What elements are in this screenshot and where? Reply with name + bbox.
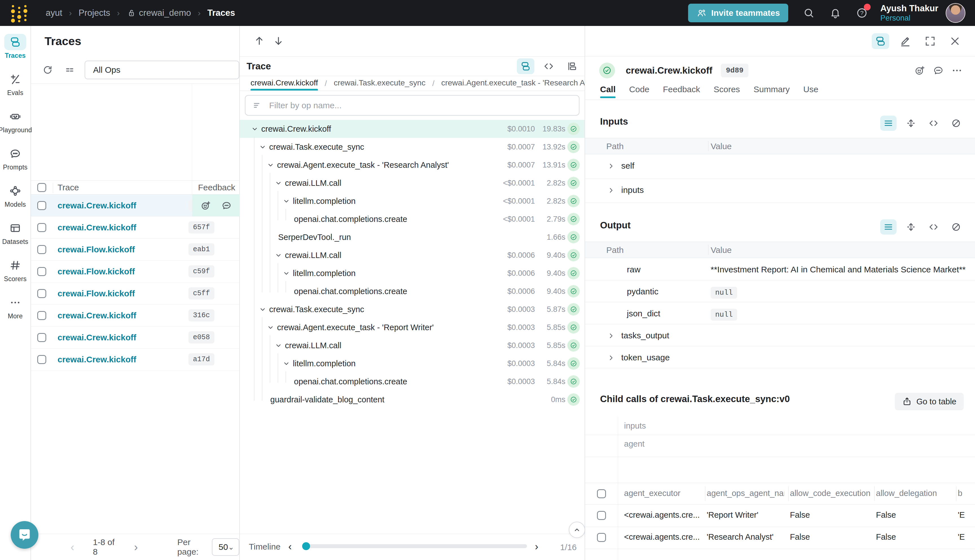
chevron-right-icon[interactable]	[607, 162, 615, 170]
breadcrumb-entity[interactable]: ayut	[46, 8, 62, 18]
code-view-icon[interactable]	[925, 219, 942, 235]
page-prev-button[interactable]: ‹	[68, 541, 77, 553]
sidebar-item-evals[interactable]: Evals	[0, 71, 30, 108]
call-id-badge[interactable]: 9d89	[721, 64, 748, 77]
more-options-icon[interactable]	[951, 65, 963, 76]
row-checkbox[interactable]	[37, 245, 46, 254]
sidebar-item-datasets[interactable]: Datasets	[0, 220, 30, 257]
expand-rows-icon[interactable]	[903, 219, 919, 235]
trace-tree-row[interactable]: SerperDevTool._run1.66s	[240, 228, 584, 246]
fullscreen-icon[interactable]	[922, 33, 939, 49]
row-checkbox[interactable]	[37, 311, 46, 320]
list-view-icon[interactable]	[880, 116, 897, 131]
kv-row-raw[interactable]: raw**Investment Report: AI in Chemical a…	[585, 258, 975, 280]
chevron-down-icon[interactable]	[259, 143, 267, 151]
trace-list-row[interactable]: crewai.Crew.kickoffa17d	[31, 348, 239, 370]
avatar[interactable]	[946, 3, 965, 23]
refresh-icon[interactable]	[42, 65, 53, 75]
trace-link[interactable]: crewai.Flow.kickoff	[58, 289, 135, 298]
flame-graph-icon[interactable]	[563, 58, 581, 74]
trace-tree-row[interactable]: crewai.Agent.execute_task - 'Report Writ…	[240, 318, 584, 337]
breadcrumb-page[interactable]: Traces	[207, 8, 235, 18]
code-view-icon[interactable]	[540, 58, 558, 74]
column-header-trace[interactable]: Trace	[58, 183, 79, 192]
trace-tree-row[interactable]: openai.chat.completions.create$0.00035.8…	[240, 372, 584, 390]
trace-link[interactable]: crewai.Crew.kickoff	[58, 311, 136, 320]
sidebar-item-models[interactable]: Models	[0, 183, 30, 220]
tab-call[interactable]: Call	[600, 85, 616, 98]
trace-tree-row[interactable]: litellm.completion$0.00069.40s	[240, 264, 584, 282]
support-chat-button[interactable]	[11, 521, 38, 549]
search-icon[interactable]	[803, 7, 815, 19]
trace-tree-row[interactable]: crewai.Task.execute_sync$0.000713.92s	[240, 138, 584, 156]
row-checkbox[interactable]	[597, 511, 606, 520]
kv-row-token_usage[interactable]: token_usage	[585, 346, 975, 368]
chevron-right-icon[interactable]	[607, 186, 615, 195]
timeline-slider-handle[interactable]	[302, 542, 310, 550]
trace-tree-row[interactable]: openai.chat.completions.create<$0.00012.…	[240, 210, 584, 228]
trace-tree-row[interactable]: crewai.LLM.call$0.00035.85s	[240, 337, 584, 355]
go-to-table-button[interactable]: Go to table	[895, 393, 964, 410]
add-reaction-icon[interactable]	[914, 65, 925, 76]
chevron-down-icon[interactable]	[274, 179, 283, 187]
row-checkbox[interactable]	[37, 289, 46, 298]
tab-use[interactable]: Use	[803, 85, 818, 98]
trace-list-row[interactable]: crewai.Crew.kickoff657f	[31, 217, 239, 238]
column-header-allow_delegation[interactable]: allow_delegation	[876, 489, 952, 498]
breadcrumb-project[interactable]: crewai_demo	[127, 8, 191, 18]
chevron-right-icon[interactable]	[607, 332, 615, 340]
trace-list-row[interactable]: crewai.Flow.kickoffeab1	[31, 238, 239, 260]
trace-tree-row[interactable]: crewai.LLM.call$0.00069.40s	[240, 246, 584, 264]
trace-breadcrumb-tab[interactable]: crewai.Task.execute_sync	[334, 77, 426, 90]
trace-tree-row[interactable]: crewai.Task.execute_sync$0.00035.87s	[240, 300, 584, 318]
next-trace-arrow-icon[interactable]	[272, 35, 284, 47]
column-header-b[interactable]: b	[958, 489, 969, 498]
tab-code[interactable]: Code	[629, 85, 649, 98]
sidebar-item-traces[interactable]: Traces	[0, 34, 30, 71]
trace-tree-row[interactable]: crewai.Agent.execute_task - 'Research An…	[240, 156, 584, 174]
row-checkbox[interactable]	[37, 355, 46, 364]
trace-list-row[interactable]: crewai.Crew.kickoff9d89	[31, 195, 239, 217]
comment-icon[interactable]	[933, 65, 944, 76]
tab-scores[interactable]: Scores	[714, 85, 740, 98]
trace-tree-row[interactable]: guardrail-validate_blog_content0ms	[240, 390, 584, 408]
trace-link[interactable]: crewai.Flow.kickoff	[58, 267, 135, 276]
column-header-agent_executor[interactable]: agent_executor	[624, 489, 701, 498]
trace-breadcrumb-tab[interactable]: crewai.Crew.kickoff	[250, 77, 318, 90]
chevron-down-icon[interactable]	[282, 359, 290, 368]
trace-tree-row[interactable]: crewai.Crew.kickoff$0.001019.83s	[240, 120, 584, 138]
edit-icon[interactable]	[897, 33, 914, 49]
user-menu[interactable]: Ayush Thakur Personal	[880, 3, 938, 23]
row-checkbox[interactable]	[37, 201, 46, 210]
add-reaction-icon[interactable]	[200, 200, 211, 211]
trace-link[interactable]: crewai.Crew.kickoff	[58, 223, 136, 232]
expand-rows-icon[interactable]	[903, 116, 919, 131]
chevron-down-icon[interactable]	[266, 161, 275, 169]
ops-filter-select[interactable]: All Ops	[85, 61, 239, 79]
timeline-next-button[interactable]: ›	[535, 541, 538, 553]
chevron-right-icon[interactable]	[607, 353, 615, 362]
trace-link[interactable]: crewai.Crew.kickoff	[58, 201, 136, 210]
trace-link[interactable]: crewai.Crew.kickoff	[58, 355, 136, 364]
trace-link[interactable]: crewai.Crew.kickoff	[58, 333, 136, 342]
hide-values-icon[interactable]	[948, 116, 964, 131]
page-next-button[interactable]: ›	[131, 541, 140, 553]
chevron-down-icon[interactable]	[250, 125, 259, 133]
invite-teammates-button[interactable]: Invite teammates	[688, 4, 788, 22]
column-settings-icon[interactable]	[64, 65, 75, 75]
code-view-icon[interactable]	[925, 116, 942, 131]
row-checkbox[interactable]	[37, 267, 46, 276]
trace-tree-row[interactable]: crewai.LLM.call<$0.00012.82s	[240, 174, 584, 192]
kv-row-self[interactable]: self	[585, 154, 975, 179]
tab-summary[interactable]: Summary	[753, 85, 790, 98]
timeline-slider[interactable]	[303, 544, 527, 548]
row-checkbox[interactable]	[37, 223, 46, 232]
trace-link[interactable]: crewai.Flow.kickoff	[58, 245, 135, 254]
trace-tree-row[interactable]: litellm.completion<$0.00012.82s	[240, 192, 584, 210]
list-view-icon[interactable]	[880, 219, 897, 235]
wandb-logo-icon[interactable]	[9, 3, 29, 23]
chevron-down-icon[interactable]	[259, 305, 267, 313]
sidebar-item-more[interactable]: More	[0, 294, 30, 332]
bell-icon[interactable]	[830, 7, 841, 19]
kv-row-json_dict[interactable]: json_dictnull	[585, 302, 975, 324]
